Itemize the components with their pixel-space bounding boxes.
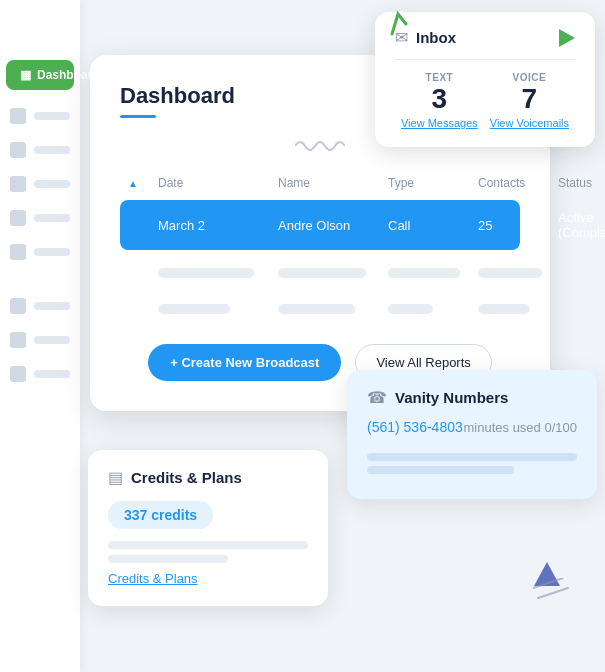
row-contacts: 25: [478, 218, 558, 233]
sidebar-item-3[interactable]: [10, 176, 70, 192]
info-icon: [10, 332, 26, 348]
sidebar-item-4[interactable]: [10, 210, 70, 226]
vanity-card: ☎ Vanity Numbers (561) 536-4803 minutes …: [347, 370, 597, 499]
sidebar-item-1[interactable]: [10, 108, 70, 124]
vanity-line-1: [367, 453, 577, 461]
placeholder-cell: [278, 304, 355, 314]
table-row-active[interactable]: March 2 Andre Olson Call 25 Active (Comp…: [120, 200, 520, 250]
vanity-header: ☎ Vanity Numbers: [367, 388, 577, 407]
placeholder-cell: [388, 304, 433, 314]
minutes-label: minutes used: [464, 420, 541, 435]
sidebar-item-8[interactable]: [10, 366, 70, 382]
sidebar-item-line: [34, 112, 70, 120]
row-status: Active (Complete): [558, 210, 605, 240]
sidebar-item-line: [34, 146, 70, 154]
row-date: March 2: [158, 218, 278, 233]
sidebar-item-dashboard[interactable]: ▦ Dashboard: [6, 60, 74, 90]
header-name: Name: [278, 176, 388, 190]
inbox-title: Inbox: [416, 29, 456, 46]
header-type: Type: [388, 176, 478, 190]
sidebar-item-2[interactable]: [10, 142, 70, 158]
text-count: 3: [432, 85, 448, 113]
dashboard-underline: [120, 115, 156, 118]
credits-line-2: [108, 555, 228, 563]
wave-icon: [295, 136, 345, 156]
header-date: Date: [158, 176, 278, 190]
table-row-placeholder-2: [120, 294, 520, 324]
vanity-phone[interactable]: (561) 536-4803: [367, 419, 463, 435]
view-messages-link[interactable]: View Messages: [401, 117, 478, 129]
phone-icon: [10, 210, 26, 226]
credits-card: ▤ Credits & Plans 337 credits Credits & …: [88, 450, 328, 606]
table-row-placeholder-1: [120, 258, 520, 288]
header-contacts: Contacts: [478, 176, 558, 190]
credits-title: Credits & Plans: [131, 469, 242, 486]
svg-line-2: [538, 588, 568, 598]
play-icon: [559, 29, 575, 47]
view-voicemails-link[interactable]: View Voicemails: [490, 117, 569, 129]
sidebar-item-line: [34, 336, 70, 344]
vanity-info-row: (561) 536-4803 minutes used 0/100: [367, 419, 577, 443]
minutes-value: 0/100: [544, 420, 577, 435]
voice-label: VOICE: [513, 72, 547, 83]
table-header: ▲ Date Name Type Contacts Status: [120, 170, 520, 196]
phone-vanity-icon: ☎: [367, 388, 387, 407]
placeholder-cell: [478, 268, 542, 278]
sidebar-item-line: [34, 214, 70, 222]
sidebar-item-line: [34, 248, 70, 256]
credits-header: ▤ Credits & Plans: [108, 468, 308, 487]
user-icon: [10, 244, 26, 260]
card-icon: ▤: [108, 468, 123, 487]
voice-count: 7: [522, 85, 538, 113]
deco-arrow-green: [388, 10, 410, 42]
sidebar-item-6[interactable]: [10, 298, 70, 314]
chat-icon: [10, 176, 26, 192]
dashboard-icon: ▦: [20, 68, 31, 82]
row-name: Andre Olson: [278, 218, 388, 233]
widget-icon: [10, 298, 26, 314]
svg-line-1: [533, 578, 563, 588]
create-broadcast-button[interactable]: + Create New Broadcast: [148, 344, 341, 381]
text-label: TEXT: [426, 72, 454, 83]
download-icon: [10, 142, 26, 158]
credits-line-1: [108, 541, 308, 549]
settings-icon: [10, 366, 26, 382]
header-status: Status: [558, 176, 592, 190]
placeholder-cell: [158, 304, 230, 314]
placeholder-cell: [278, 268, 366, 278]
inbox-header: ✉ Inbox: [395, 28, 575, 47]
sidebar-item-line: [34, 302, 70, 310]
person-icon: [10, 108, 26, 124]
credits-badge: 337 credits: [108, 501, 213, 529]
sidebar: ▦ Dashboard: [0, 0, 80, 672]
sidebar-item-line: [34, 180, 70, 188]
sidebar-item-5[interactable]: [10, 244, 70, 260]
placeholder-cell: [388, 268, 460, 278]
inbox-divider: [395, 59, 575, 60]
sidebar-item-line: [34, 370, 70, 378]
inbox-stats: TEXT 3 View Messages VOICE 7 View Voicem…: [395, 72, 575, 129]
header-sort: ▲: [128, 176, 158, 190]
placeholder-cell: [478, 304, 530, 314]
placeholder-cell: [158, 268, 254, 278]
inbox-text-stat: TEXT 3 View Messages: [401, 72, 478, 129]
deco-lines-container: [533, 578, 583, 612]
sidebar-item-7[interactable]: [10, 332, 70, 348]
credits-plans-link[interactable]: Credits & Plans: [108, 571, 308, 586]
inbox-voice-stat: VOICE 7 View Voicemails: [490, 72, 569, 129]
vanity-title: Vanity Numbers: [395, 389, 508, 406]
row-type: Call: [388, 218, 478, 233]
vanity-minutes: minutes used 0/100: [464, 420, 578, 435]
vanity-line-2: [367, 466, 514, 474]
